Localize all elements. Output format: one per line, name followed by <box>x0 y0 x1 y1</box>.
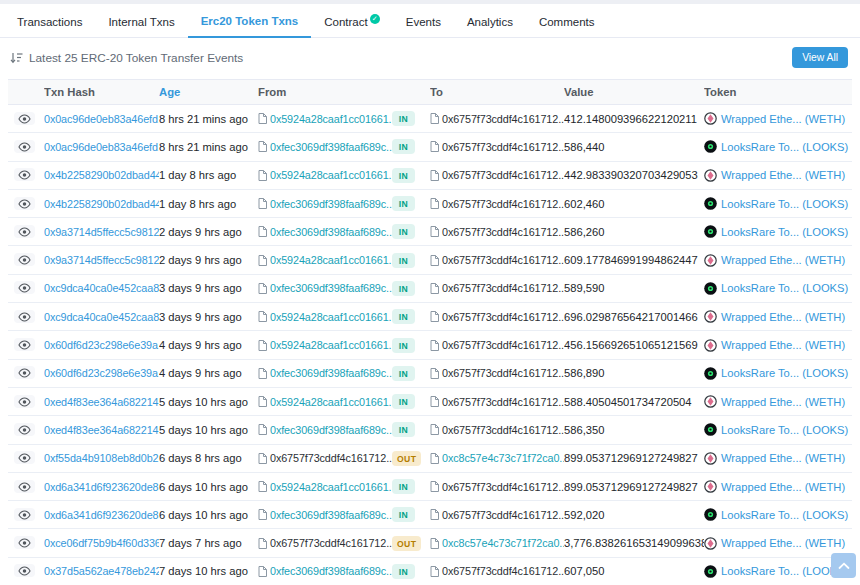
view-private-note-button[interactable] <box>14 197 35 210</box>
eye-icon <box>18 225 31 239</box>
txn-hash-link[interactable]: 0x9a3714d5ffecc5c9812... <box>44 226 159 238</box>
token-link[interactable]: Wrapped Ethe... (WETH) <box>721 254 845 266</box>
looks-token-icon <box>704 140 717 153</box>
age-text: 2 days 9 hrs ago <box>159 226 258 238</box>
view-private-note-button[interactable] <box>14 112 35 125</box>
from-address[interactable]: 0x5924a28caaf1cc01661... <box>270 339 392 351</box>
age-text: 3 days 9 hrs ago <box>159 311 258 323</box>
view-all-button[interactable]: View All <box>792 47 848 68</box>
token-link[interactable]: Wrapped Ethe... (WETH) <box>721 537 845 549</box>
direction-badge: IN <box>392 394 415 409</box>
to-address[interactable]: 0xc8c57e4c73c71f72ca0... <box>442 537 564 549</box>
txn-hash-link[interactable]: 0xc9dca40ca0e452caa8... <box>44 282 159 294</box>
direction-badge: IN <box>392 139 415 154</box>
from-address[interactable]: 0xfec3069df398faaf689c... <box>270 509 392 521</box>
txn-hash-link[interactable]: 0x4b2258290b02dbad44... <box>44 169 159 181</box>
tab-comments[interactable]: Comments <box>526 6 608 37</box>
txn-hash-link[interactable]: 0x0ac96de0eb83a46efd... <box>44 113 159 125</box>
weth-token-icon <box>704 169 717 182</box>
view-private-note-button[interactable] <box>14 480 35 493</box>
contract-file-icon <box>258 566 267 577</box>
looks-token-icon <box>704 282 717 295</box>
view-private-note-button[interactable] <box>14 168 35 181</box>
token-link[interactable]: LooksRare To... (LOOKS) <box>721 282 848 294</box>
from-address[interactable]: 0xfec3069df398faaf689c... <box>270 282 392 294</box>
from-address[interactable]: 0xfec3069df398faaf689c... <box>270 226 392 238</box>
contract-file-icon <box>258 509 267 520</box>
txn-hash-link[interactable]: 0x9a3714d5ffecc5c9812... <box>44 254 159 266</box>
from-address[interactable]: 0xfec3069df398faaf689c... <box>270 565 392 577</box>
token-link[interactable]: LooksRare To... (LOOKS) <box>721 141 848 153</box>
view-private-note-button[interactable] <box>14 366 35 379</box>
view-private-note-button[interactable] <box>14 451 35 464</box>
txn-hash-link[interactable]: 0x60df6d23c298e6e39a... <box>44 367 159 379</box>
from-address[interactable]: 0xfec3069df398faaf689c... <box>270 141 392 153</box>
from-address[interactable]: 0x5924a28caaf1cc01661... <box>270 254 392 266</box>
token-link[interactable]: Wrapped Ethe... (WETH) <box>721 339 845 351</box>
from-address[interactable]: 0x5924a28caaf1cc01661... <box>270 169 392 181</box>
token-link[interactable]: Wrapped Ethe... (WETH) <box>721 396 845 408</box>
age-text: 8 hrs 21 mins ago <box>159 141 258 153</box>
from-address[interactable]: 0xfec3069df398faaf689c... <box>270 424 392 436</box>
direction-badge: IN <box>392 309 415 324</box>
from-address[interactable]: 0x5924a28caaf1cc01661... <box>270 396 392 408</box>
value-text: 412.148009396622120211 <box>564 113 704 125</box>
token-link[interactable]: Wrapped Ethe... (WETH) <box>721 169 845 181</box>
table-row: 0xd6a341d6f923620de8... 6 days 10 hrs ag… <box>8 501 852 529</box>
txn-hash-link[interactable]: 0xd6a341d6f923620de8... <box>44 509 159 521</box>
txn-hash-link[interactable]: 0xd6a341d6f923620de8... <box>44 481 159 493</box>
token-link[interactable]: LooksRare To... (LOOKS) <box>721 198 848 210</box>
token-link[interactable]: Wrapped Ethe... (WETH) <box>721 311 845 323</box>
to-address: 0x6757f73cddf4c161712... <box>442 367 564 379</box>
tab-erc20-token-txns[interactable]: Erc20 Token Txns <box>188 5 312 38</box>
txn-hash-link[interactable]: 0xc9dca40ca0e452caa8... <box>44 311 159 323</box>
view-private-note-button[interactable] <box>14 310 35 323</box>
view-private-note-button[interactable] <box>14 281 35 294</box>
token-link[interactable]: LooksRare To... (LOOKS) <box>721 565 848 577</box>
looks-token-icon <box>704 423 717 436</box>
contract-file-icon <box>430 453 439 464</box>
view-private-note-button[interactable] <box>14 508 35 521</box>
view-private-note-button[interactable] <box>14 225 35 238</box>
token-link[interactable]: Wrapped Ethe... (WETH) <box>721 113 845 125</box>
txn-hash-link[interactable]: 0x37d5a562ae478eb242... <box>44 565 159 577</box>
from-address[interactable]: 0x5924a28caaf1cc01661... <box>270 481 392 493</box>
tab-internal-txns[interactable]: Internal Txns <box>95 6 187 37</box>
view-private-note-button[interactable] <box>14 140 35 153</box>
txn-hash-link[interactable]: 0x0ac96de0eb83a46efd... <box>44 141 159 153</box>
view-private-note-button[interactable] <box>14 536 35 549</box>
to-address[interactable]: 0xc8c57e4c73c71f72ca0... <box>442 452 564 464</box>
token-link[interactable]: LooksRare To... (LOOKS) <box>721 226 848 238</box>
token-link[interactable]: LooksRare To... (LOOKS) <box>721 509 848 521</box>
contract-file-icon <box>258 198 267 209</box>
tab-transactions[interactable]: Transactions <box>4 6 95 37</box>
header-age[interactable]: Age <box>159 86 258 98</box>
view-private-note-button[interactable] <box>14 423 35 436</box>
contract-file-icon <box>430 113 439 124</box>
txn-hash-link[interactable]: 0xf55da4b9108eb8d0b2... <box>44 452 159 464</box>
from-address[interactable]: 0x5924a28caaf1cc01661... <box>270 311 392 323</box>
from-address[interactable]: 0xfec3069df398faaf689c... <box>270 367 392 379</box>
txn-hash-link[interactable]: 0xed4f83ee364a682214... <box>44 396 159 408</box>
token-link[interactable]: LooksRare To... (LOOKS) <box>721 424 848 436</box>
tab-contract[interactable]: Contract✓ <box>311 4 392 37</box>
view-private-note-button[interactable] <box>14 564 35 577</box>
txn-hash-link[interactable]: 0x4b2258290b02dbad44... <box>44 198 159 210</box>
direction-badge: IN <box>392 422 415 437</box>
contract-file-icon <box>258 113 267 124</box>
txn-hash-link[interactable]: 0x60df6d23c298e6e39a... <box>44 339 159 351</box>
back-to-top-button[interactable] <box>831 553 856 578</box>
txn-hash-link[interactable]: 0xed4f83ee364a682214... <box>44 424 159 436</box>
tab-analytics[interactable]: Analytics <box>454 6 526 37</box>
view-private-note-button[interactable] <box>14 253 35 266</box>
token-link[interactable]: Wrapped Ethe... (WETH) <box>721 481 845 493</box>
tab-events[interactable]: Events <box>393 6 454 37</box>
from-address[interactable]: 0xfec3069df398faaf689c... <box>270 198 392 210</box>
token-link[interactable]: LooksRare To... (LOOKS) <box>721 367 848 379</box>
view-private-note-button[interactable] <box>14 395 35 408</box>
view-private-note-button[interactable] <box>14 338 35 351</box>
token-link[interactable]: Wrapped Ethe... (WETH) <box>721 452 845 464</box>
txn-hash-link[interactable]: 0xce06df75b9b4f60d336... <box>44 537 159 549</box>
table-row: 0x4b2258290b02dbad44... 1 day 8 hrs ago … <box>8 162 852 190</box>
from-address[interactable]: 0x5924a28caaf1cc01661... <box>270 113 392 125</box>
